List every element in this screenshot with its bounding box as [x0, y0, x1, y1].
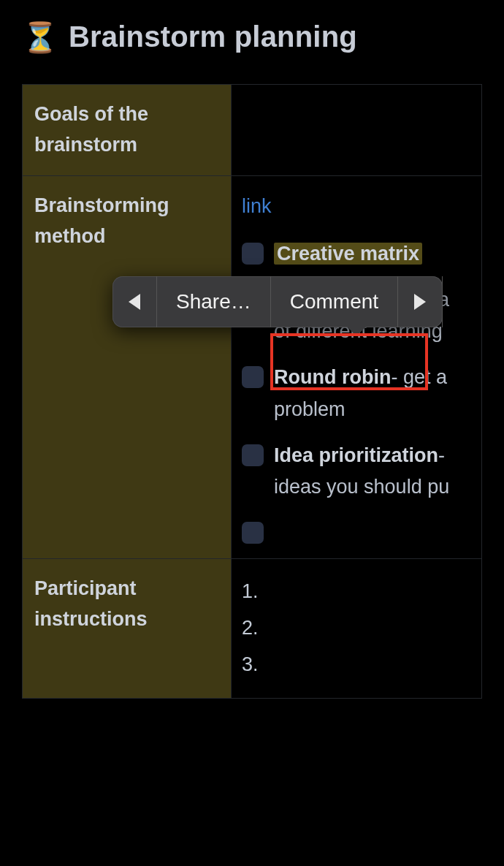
method-value[interactable]: link Creative matrix Silent circuit — [232, 176, 481, 559]
method-item-text[interactable]: Round robin- get a problem — [274, 362, 447, 425]
round-rest-a[interactable]: - get a — [391, 366, 447, 388]
row-participant: Participant instructions 1. 2. 3. — [23, 559, 481, 699]
context-menu-prev-button[interactable] — [112, 276, 157, 327]
idea-rest-b[interactable]: ideas you should pu — [274, 476, 449, 498]
participant-label: Participant instructions — [23, 559, 232, 698]
context-menu-next-button[interactable] — [398, 276, 443, 327]
hourglass-icon: ⏳ — [22, 23, 58, 52]
method-link[interactable]: link — [242, 195, 272, 217]
checkbox-icon[interactable] — [242, 444, 264, 466]
list-item[interactable]: 3. — [242, 647, 481, 683]
page: ⏳ Brainstorm planning Goals of the brain… — [0, 0, 504, 699]
method-item-empty[interactable] — [242, 517, 481, 544]
goals-value[interactable] — [232, 85, 481, 175]
round-robin-bold[interactable]: Round robin — [274, 366, 391, 388]
method-item-text[interactable]: Idea prioritization- ideas you should pu — [274, 440, 449, 503]
idea-prioritization-bold[interactable]: Idea prioritization — [274, 444, 438, 466]
comment-button[interactable]: Comment — [271, 276, 398, 327]
planning-table: Goals of the brainstorm Brainstorming me… — [22, 84, 482, 699]
share-button[interactable]: Share… — [157, 276, 271, 327]
chevron-left-icon — [129, 294, 140, 310]
checkbox-icon[interactable] — [242, 522, 264, 544]
method-item-round[interactable]: Round robin- get a problem — [242, 362, 481, 425]
goals-label: Goals of the brainstorm — [23, 85, 232, 175]
context-menu: Share… Comment — [112, 276, 443, 327]
participant-value[interactable]: 1. 2. 3. — [232, 559, 481, 698]
page-title[interactable]: Brainstorm planning — [69, 20, 357, 53]
page-title-row: ⏳ Brainstorm planning — [0, 20, 504, 53]
method-item-text[interactable]: Creative matrix — [274, 238, 422, 270]
round-rest-b[interactable]: problem — [274, 398, 345, 420]
row-method: Brainstorming method link Creative matri… — [23, 176, 481, 560]
method-item-creative[interactable]: Creative matrix — [242, 238, 481, 270]
list-item[interactable]: 1. — [242, 574, 481, 610]
popover-tail-icon — [346, 326, 367, 336]
checkbox-icon[interactable] — [242, 243, 264, 265]
method-label: Brainstorming method — [23, 176, 232, 559]
creative-matrix-bold[interactable]: Creative matrix — [274, 243, 422, 265]
chevron-right-icon — [414, 294, 426, 310]
row-goals: Goals of the brainstorm — [23, 85, 481, 176]
participant-steps[interactable]: 1. 2. 3. — [242, 574, 481, 683]
method-item-idea[interactable]: Idea prioritization- ideas you should pu — [242, 440, 481, 503]
checkbox-icon[interactable] — [242, 366, 264, 388]
idea-rest-a[interactable]: - — [438, 444, 445, 466]
list-item[interactable]: 2. — [242, 610, 481, 647]
